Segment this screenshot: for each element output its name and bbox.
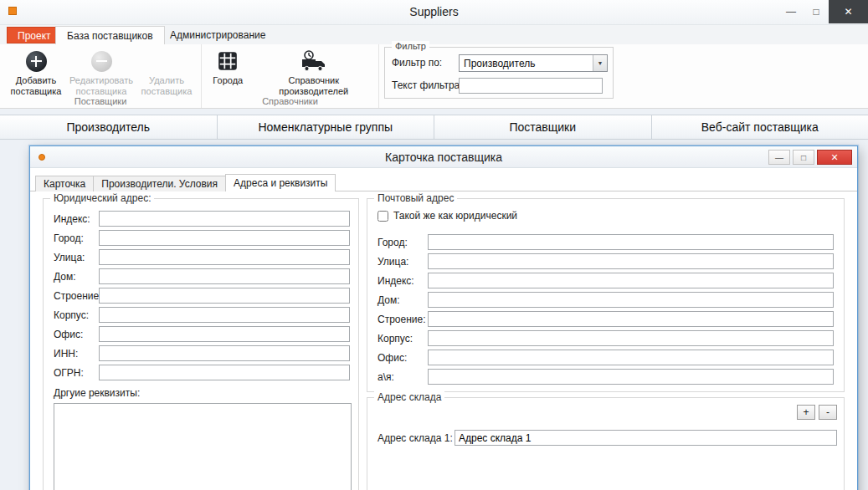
- legal-building-label: Строение:: [54, 290, 99, 302]
- legal-address-title: Юридический адрес:: [50, 192, 154, 204]
- window-titlebar[interactable]: Suppliers — □ ✕: [0, 0, 868, 25]
- column-header-nomenclature-groups[interactable]: Номенклатурные группы: [218, 115, 435, 139]
- legal-index-label: Индекс:: [54, 213, 99, 225]
- postal-street-input[interactable]: [428, 253, 834, 269]
- dialog-titlebar[interactable]: Карточка поставщика — □ ✕: [30, 146, 857, 168]
- same-as-legal-checkbox[interactable]: [378, 211, 388, 222]
- column-header-manufacturer[interactable]: Производитель: [0, 115, 218, 139]
- legal-street-label: Улица:: [54, 252, 99, 263]
- suppliers-group-label: Поставщики: [0, 96, 201, 106]
- legal-city-input[interactable]: [99, 230, 350, 246]
- postal-city-row: Город:: [374, 234, 834, 250]
- tab-project[interactable]: Проект: [7, 27, 62, 43]
- ribbon-spacer: [630, 44, 868, 108]
- add-supplier-button[interactable]: Добавить поставщика: [3, 48, 69, 97]
- warehouse-address-input[interactable]: [455, 430, 837, 446]
- legal-inn-row: ИНН:: [54, 345, 350, 361]
- warehouse-address-group: Адрес склада + - Адрес склада 1:: [367, 397, 845, 490]
- postal-office-input[interactable]: [428, 350, 834, 365]
- legal-index-input[interactable]: [99, 211, 350, 227]
- postal-house-row: Дом:: [374, 292, 834, 308]
- warehouse-row-label: Адрес склада 1:: [378, 432, 455, 444]
- cities-button[interactable]: Города: [205, 48, 251, 86]
- tab-administration[interactable]: Администрирование: [159, 26, 276, 44]
- postal-office-row: Офис:: [374, 350, 834, 365]
- postal-index-row: Индекс:: [374, 273, 834, 288]
- legal-block-input[interactable]: [99, 307, 350, 323]
- tab-card[interactable]: Карточка: [35, 176, 94, 191]
- delete-supplier-button[interactable]: Удалить поставщика: [134, 48, 199, 97]
- postal-building-input[interactable]: [428, 311, 834, 327]
- legal-office-label: Офис:: [54, 329, 99, 340]
- postal-address-title: Почтовый адрес: [374, 192, 457, 204]
- dialog-controls: — □ ✕: [768, 150, 852, 165]
- ribbon-group-suppliers: Добавить поставщика Редактировать постав…: [0, 44, 202, 108]
- cities-label: Города: [213, 75, 243, 86]
- dialog-close-button[interactable]: ✕: [817, 150, 852, 165]
- dialog-maximize-button[interactable]: □: [793, 150, 814, 165]
- legal-address-group: Юридический адрес: Индекс: Город: Улица:…: [43, 198, 359, 490]
- filter-by-value: Производитель: [460, 58, 593, 69]
- legal-inn-input[interactable]: [99, 345, 350, 361]
- postal-pobox-input[interactable]: [428, 369, 834, 385]
- delete-supplier-label: Удалить поставщика: [134, 75, 199, 97]
- add-warehouse-button[interactable]: +: [797, 405, 815, 420]
- maximize-button[interactable]: □: [804, 0, 829, 23]
- postal-house-label: Дом:: [378, 294, 428, 306]
- legal-house-input[interactable]: [99, 268, 350, 284]
- legal-street-row: Улица:: [54, 249, 350, 265]
- legal-ogrn-input[interactable]: [99, 365, 350, 380]
- legal-building-input[interactable]: [99, 288, 350, 304]
- column-header-supplier-website[interactable]: Веб-сайт поставщика: [652, 115, 868, 139]
- postal-street-label: Улица:: [378, 256, 428, 268]
- legal-office-input[interactable]: [99, 326, 350, 342]
- other-details-textarea[interactable]: [54, 403, 352, 490]
- edit-supplier-button[interactable]: Редактировать поставщика: [69, 48, 134, 97]
- legal-block-label: Корпус:: [54, 309, 99, 321]
- postal-block-label: Корпус:: [378, 333, 428, 345]
- postal-building-label: Строение:: [378, 314, 428, 325]
- legal-house-row: Дом:: [54, 268, 350, 284]
- postal-index-input[interactable]: [428, 273, 834, 288]
- legal-office-row: Офис:: [54, 326, 350, 342]
- filter-text-label: Текст фильтра:: [392, 79, 463, 91]
- window-title: Suppliers: [0, 5, 868, 18]
- filter-box: Фильтр Фильтр по: Производитель ▼ Текст …: [384, 47, 614, 99]
- window-controls: — □ ✕: [778, 0, 868, 23]
- ribbon-body: Добавить поставщика Редактировать постав…: [0, 44, 868, 109]
- references-group-label: Справочники: [202, 96, 378, 106]
- filter-text-input[interactable]: [459, 78, 603, 94]
- remove-warehouse-button[interactable]: -: [819, 405, 837, 420]
- edit-icon: [91, 51, 112, 72]
- dialog-minimize-button[interactable]: —: [768, 150, 790, 165]
- minimize-button[interactable]: —: [778, 0, 804, 23]
- other-details-label: Дргуие реквизиты:: [54, 387, 350, 399]
- dialog-title: Карточка поставщика: [30, 151, 857, 164]
- postal-pobox-row: а\я:: [374, 369, 834, 385]
- postal-city-input[interactable]: [428, 234, 834, 250]
- edit-supplier-label: Редактировать поставщика: [69, 75, 134, 97]
- postal-street-row: Улица:: [374, 253, 834, 269]
- filter-by-combobox[interactable]: Производитель ▼: [459, 54, 608, 72]
- legal-block-row: Корпус:: [54, 307, 350, 323]
- manufacturers-reference-button[interactable]: Справочник производителей: [251, 48, 377, 97]
- legal-street-input[interactable]: [99, 249, 350, 265]
- postal-building-row: Строение:: [374, 311, 834, 327]
- close-button[interactable]: ✕: [829, 0, 868, 23]
- tab-addresses-details[interactable]: Адреса и реквизиты: [225, 174, 336, 191]
- postal-block-input[interactable]: [428, 330, 834, 346]
- legal-house-label: Дом:: [54, 271, 99, 283]
- dialog-tab-strip: Карточка Производители. Условия Адреса и…: [35, 174, 335, 191]
- legal-building-row: Строение:: [54, 288, 350, 304]
- tab-supplier-base[interactable]: База поставщиков: [55, 26, 165, 44]
- chevron-down-icon[interactable]: ▼: [593, 55, 607, 71]
- ribbon-tab-strip: Проект База поставщиков Администрировани…: [0, 25, 868, 44]
- legal-city-row: Город:: [54, 230, 350, 246]
- same-as-legal-label: Такой же как юридический: [393, 210, 517, 222]
- tab-manufacturers-conditions[interactable]: Производители. Условия: [93, 176, 226, 191]
- legal-city-label: Город:: [54, 232, 99, 244]
- manufacturers-truck-icon: [299, 50, 329, 73]
- add-icon: [26, 51, 47, 72]
- column-header-suppliers[interactable]: Поставщики: [434, 115, 652, 139]
- postal-house-input[interactable]: [428, 292, 834, 308]
